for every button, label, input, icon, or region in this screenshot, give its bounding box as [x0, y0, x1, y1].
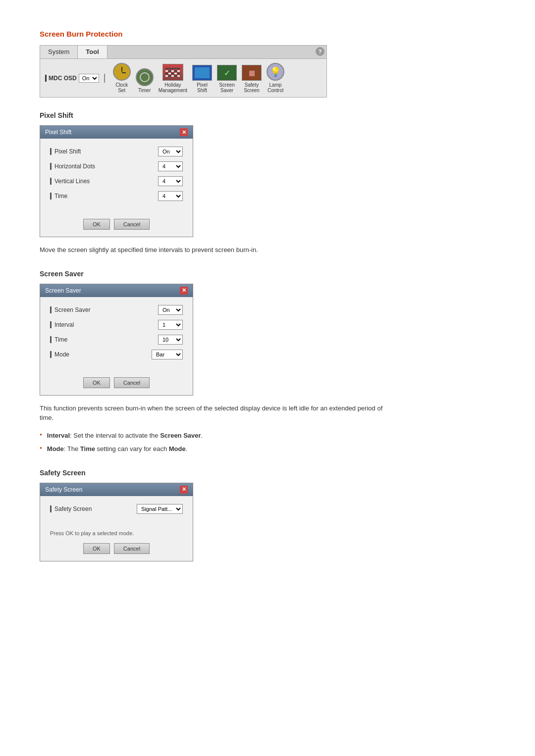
pixel-shift-close-button[interactable]: ✕: [180, 128, 188, 136]
clock-icon: [113, 63, 131, 81]
safety-screen-ok-button[interactable]: OK: [83, 543, 110, 554]
mdc-osd-label: MDC OSD: [45, 75, 77, 82]
screen-saver-dialog-footer: OK Cancel: [40, 372, 193, 395]
bullet-dot-interval: ●: [40, 432, 42, 438]
toolbar-body: MDC OSD On Off ClockSet Timer: [40, 59, 326, 97]
bullet-bold-screen-saver: Screen Saver: [160, 432, 201, 439]
screen-saver-section: Screen Saver Screen Saver ✕ Screen Saver…: [40, 270, 495, 454]
screen-saver-control-2: 102030: [158, 335, 183, 345]
safety-screen-inner-icon: ▦: [249, 69, 255, 77]
screen-saver-row-2: Time 102030: [50, 335, 183, 345]
pixel-shift-ok-button[interactable]: OK: [83, 219, 110, 230]
toolbar-icon-timer[interactable]: Timer: [136, 68, 154, 93]
screen-saver-subtitle: Screen Saver: [40, 270, 495, 278]
screen-saver-row-0: Screen Saver OnOff: [50, 305, 183, 315]
pixel-shift-select-2[interactable]: 4321: [158, 176, 183, 186]
pixel-shift-select-0[interactable]: OnOff: [158, 147, 183, 156]
safety-screen-label: SafetyScreen: [244, 82, 260, 93]
screen-saver-dialog: Screen Saver ✕ Screen Saver OnOff Interv…: [40, 284, 193, 396]
pixel-shift-cancel-button[interactable]: Cancel: [114, 219, 150, 230]
safety-screen-cancel-button[interactable]: Cancel: [114, 543, 150, 554]
help-button[interactable]: ?: [316, 47, 324, 56]
mdc-osd-select[interactable]: On Off: [79, 74, 99, 83]
toolbar-icon-holiday[interactable]: HolidayManagement: [159, 64, 187, 93]
pixel-shift-label-0: Pixel Shift: [50, 148, 158, 155]
safety-screen-section: Safety Screen Safety Screen ✕ Safety Scr…: [40, 469, 495, 561]
safety-screen-close-button[interactable]: ✕: [180, 486, 188, 494]
pixel-shift-label-3: Time: [50, 193, 158, 200]
screen-saver-close-button[interactable]: ✕: [180, 287, 188, 295]
pixel-shift-subtitle: Pixel Shift: [40, 111, 495, 119]
safety-screen-label-0: Safety Screen: [50, 505, 137, 512]
bullet-item-interval: ● Interval: Set the interval to activate…: [40, 431, 376, 441]
safety-screen-icon: ▦: [242, 65, 262, 81]
bullet-sep-interval: : Set the interval to activate the: [70, 432, 160, 439]
bullet-bold-time: Time: [80, 445, 95, 453]
screen-saver-select-3[interactable]: BarEraserPixel: [152, 350, 183, 359]
timer-icon: [136, 68, 154, 86]
bullet-sep-mode: : The: [64, 445, 80, 453]
pixel-shift-description: Move the screen slightly at specified ti…: [40, 245, 396, 255]
safety-screen-select-0[interactable]: Signal Patt...ScrollBar: [137, 504, 183, 514]
bullet-bold-mode2: Mode: [169, 445, 186, 453]
toolbar-icons: ClockSet Timer: [113, 63, 284, 93]
bullet-end-mode: .: [186, 445, 188, 453]
timer-icon-inner: [140, 72, 150, 82]
screen-saver-cancel-button[interactable]: Cancel: [114, 377, 150, 388]
screen-saver-control-1: 123: [158, 320, 183, 330]
toolbar-icon-lamp-control[interactable]: 💡 LampControl: [267, 63, 284, 93]
toolbar-icon-pixel-shift[interactable]: PixelShift: [192, 65, 212, 93]
pixel-shift-label-2: Vertical Lines: [50, 178, 158, 185]
screen-saver-label-2: Time: [50, 336, 158, 343]
screen-saver-bullets: ● Interval: Set the interval to activate…: [40, 431, 495, 454]
bullet-dot-mode: ●: [40, 445, 42, 451]
pixel-shift-row-2: Vertical Lines 4321: [50, 176, 183, 186]
page-title: Screen Burn Protection: [40, 30, 495, 38]
screen-saver-icon: ✓: [217, 65, 237, 81]
bullet-item-mode: ● Mode: The Time setting can vary for ea…: [40, 444, 376, 454]
pixel-shift-dialog: Pixel Shift ✕ Pixel Shift OnOff Horizont…: [40, 125, 193, 237]
toolbar-icon-safety-screen[interactable]: ▦ SafetyScreen: [242, 65, 262, 93]
screen-saver-label: ScreenSaver: [219, 82, 235, 93]
pixel-shift-label-1: Horizontal Dots: [50, 163, 158, 170]
screen-saver-row-1: Interval 123: [50, 320, 183, 330]
holiday-row4: [164, 75, 182, 77]
pixel-shift-control-1: 4321: [158, 161, 183, 171]
safety-screen-dialog-footer: OK Cancel: [40, 538, 193, 561]
toolbar-icon-screen-saver[interactable]: ✓ ScreenSaver: [217, 65, 237, 93]
lamp-control-icon: 💡: [267, 63, 284, 81]
pixel-shift-dialog-footer: OK Cancel: [40, 214, 193, 237]
screen-saver-row-3: Mode BarEraserPixel: [50, 350, 183, 359]
bullet-keyword-interval: Interval: [47, 432, 70, 439]
screen-saver-dialog-title: Screen Saver: [45, 287, 81, 294]
pixel-shift-row-0: Pixel Shift OnOff: [50, 147, 183, 156]
mdc-osd-group: MDC OSD On Off: [45, 74, 105, 83]
pixel-shift-select-3[interactable]: 4321: [158, 191, 183, 201]
holiday-row1: [164, 68, 182, 69]
toolbar-icon-clock-set[interactable]: ClockSet: [113, 63, 131, 93]
safety-screen-row-0: Safety Screen Signal Patt...ScrollBar: [50, 504, 183, 514]
pixel-shift-select-1[interactable]: 4321: [158, 161, 183, 171]
bullet-mid-mode: setting can vary for each: [95, 445, 169, 453]
timer-label: Timer: [138, 88, 151, 93]
holiday-row2: [164, 70, 182, 72]
tab-tool[interactable]: Tool: [78, 46, 107, 58]
screen-saver-check-icon: ✓: [224, 68, 230, 78]
screen-saver-control-3: BarEraserPixel: [152, 350, 183, 359]
pixel-shift-dialog-titlebar: Pixel Shift ✕: [40, 126, 193, 139]
toolbar-panel: System Tool ? MDC OSD On Off ClockSet Ti…: [40, 45, 327, 98]
toolbar-tabs: System Tool ?: [40, 46, 326, 59]
screen-saver-select-0[interactable]: OnOff: [158, 305, 183, 315]
screen-saver-ok-button[interactable]: OK: [83, 377, 110, 388]
screen-saver-select-2[interactable]: 102030: [158, 335, 183, 345]
screen-saver-control-0: OnOff: [158, 305, 183, 315]
screen-saver-label-3: Mode: [50, 351, 152, 358]
safety-screen-dialog-body: Safety Screen Signal Patt...ScrollBar: [40, 496, 193, 527]
safety-screen-control-0: Signal Patt...ScrollBar: [137, 504, 183, 514]
safety-screen-dialog-title: Safety Screen: [45, 486, 82, 493]
tab-system[interactable]: System: [40, 46, 78, 58]
bullet-text-mode: Mode: The Time setting can vary for each…: [47, 444, 188, 454]
pixel-shift-section: Pixel Shift Pixel Shift ✕ Pixel Shift On…: [40, 111, 495, 255]
holiday-icon: [162, 64, 183, 81]
screen-saver-select-1[interactable]: 123: [158, 320, 183, 330]
